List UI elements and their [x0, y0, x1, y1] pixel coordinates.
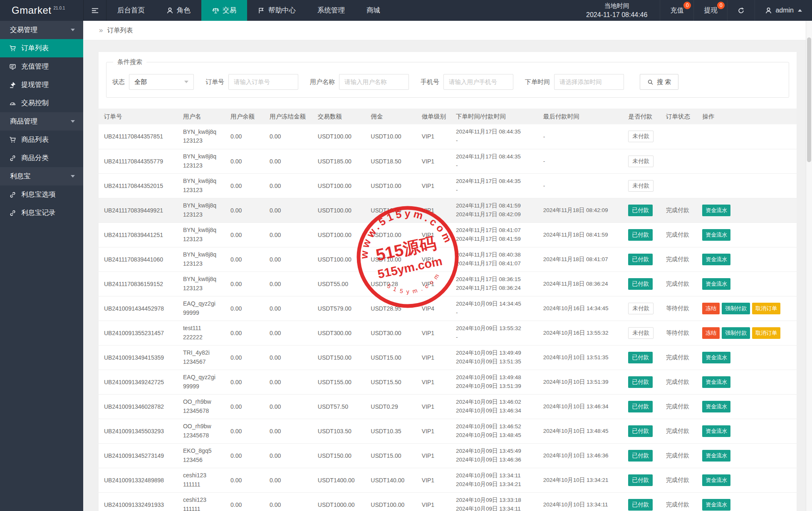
sidebar-item-8[interactable]: 商品分类 — [0, 149, 83, 167]
username-line: 1234567 — [183, 358, 222, 367]
order-status-cell: 完成付款 — [662, 247, 698, 272]
balance-cell: 0.00 — [226, 124, 265, 149]
balance-cell: 0.00 — [226, 468, 265, 492]
cancel-order-button[interactable]: 取消订单 — [752, 327, 780, 339]
nav-item-3[interactable]: 交易 — [201, 0, 247, 21]
fund-flow-button[interactable]: 资金流水 — [702, 254, 730, 265]
order-status-cell: 完成付款 — [662, 272, 698, 296]
fund-flow-button[interactable]: 资金流水 — [702, 401, 730, 412]
sidebar-item-5[interactable]: 交易控制 — [0, 94, 83, 112]
level-cell: VIP1 — [418, 394, 452, 419]
fund-flow-button[interactable]: 资金流水 — [702, 474, 730, 486]
sidebar-item-7[interactable]: 商品列表 — [0, 131, 83, 149]
sidebar-item-10[interactable]: 利息宝选项 — [0, 185, 83, 204]
username-line: BYN_kw8j8q — [183, 177, 222, 186]
chevron-down-icon — [71, 175, 75, 178]
order-no-cell: UB2411170844355779 — [99, 149, 179, 173]
paid-badge: 已付款 — [628, 425, 653, 437]
fund-flow-button[interactable]: 资金流水 — [702, 278, 730, 290]
table-row: UB2410091434452978EAQ_qyz2gi999990.000.0… — [99, 296, 797, 321]
fund-flow-button[interactable]: 资金流水 — [702, 229, 730, 241]
last-pay-time-cell: 2024年10月10日 13:48:45 — [539, 419, 624, 443]
fund-flow-button[interactable]: 资金流水 — [702, 376, 730, 388]
fund-flow-button[interactable]: 资金流水 — [702, 205, 730, 216]
nav-item-4[interactable]: 帮助中心 — [247, 0, 307, 21]
vertical-scrollbar[interactable] — [806, 21, 812, 511]
column-header: 做单级别 — [418, 109, 452, 124]
order-time-line: 2024年10月09日 13:34:21 — [456, 480, 535, 489]
filter-label: 手机号 — [421, 78, 439, 86]
order-no-cell: UB2411170844357851 — [99, 124, 179, 149]
sidebar-item-3[interactable]: 充值管理 — [0, 57, 83, 76]
frozen-cell: 0.00 — [265, 149, 314, 173]
force-pay-button[interactable]: 强制付款 — [722, 327, 750, 339]
refresh-button[interactable] — [727, 0, 755, 21]
fund-flow-button[interactable]: 资金流水 — [702, 499, 730, 511]
actions-cell: 资金流水 — [698, 419, 797, 443]
order-time-cell: 2024年10月09日 13:49:492024年10月09日 13:51:35 — [452, 345, 539, 370]
nav-item-6[interactable]: 商城 — [356, 0, 391, 21]
order-no-cell: UB2410091345503293 — [99, 419, 179, 443]
fund-flow-button[interactable]: 资金流水 — [702, 450, 730, 462]
username-cell: TRI_4y82i1234567 — [179, 345, 226, 370]
frozen-cell: 0.00 — [265, 443, 314, 468]
top-navbar: Gmarket 21.0.1 后台首页角色交易帮助中心系统管理商城 当地时间 2… — [0, 0, 812, 21]
order-time-line: 2024年10月09日 13:46:02 — [456, 398, 535, 407]
column-header: 是否付款 — [624, 109, 662, 124]
withdraw-button[interactable]: 提现 0 — [693, 0, 727, 21]
sidebar-item-2[interactable]: 订单列表 — [0, 39, 83, 57]
username-line: 12345678 — [183, 407, 222, 416]
sidebar-item-4[interactable]: 提现管理 — [0, 76, 83, 94]
fund-flow-button[interactable]: 资金流水 — [702, 352, 730, 363]
freeze-button[interactable]: 冻结 — [702, 303, 720, 314]
status-label: 状态 — [112, 78, 125, 86]
order-status-cell — [662, 124, 698, 149]
table-row: UB2411170836159152BYN_kw8j8q1231230.000.… — [99, 272, 797, 296]
sidebar-group-1[interactable]: 交易管理 — [0, 21, 83, 39]
order-no-cell: UB2411170839441060 — [99, 247, 179, 272]
sidebar-group-9[interactable]: 利息宝 — [0, 167, 83, 185]
paid-cell: 已付款 — [624, 419, 662, 443]
force-pay-button[interactable]: 强制付款 — [722, 303, 750, 314]
freeze-button[interactable]: 冻结 — [702, 327, 720, 339]
nav-item-5[interactable]: 系统管理 — [307, 0, 356, 21]
username-cell: BYN_kw8j8q123123 — [179, 124, 226, 149]
hamburger-icon — [92, 7, 99, 14]
fund-flow-button[interactable]: 资金流水 — [702, 425, 730, 437]
order-time-line: 2024年11月17日 08:41:07 — [456, 259, 535, 268]
sidebar-toggle-button[interactable] — [83, 0, 106, 21]
filter-group-3: 手机号 — [421, 74, 513, 90]
order-time-line: - — [456, 333, 535, 342]
recharge-button[interactable]: 充值 0 — [660, 0, 693, 21]
filter-input-4[interactable] — [554, 74, 624, 90]
nav-item-1[interactable]: 后台首页 — [106, 0, 156, 21]
frozen-cell: 0.00 — [265, 492, 314, 511]
order-time-cell: 2024年10月09日 13:46:522024年10月09日 13:48:45 — [452, 419, 539, 443]
frozen-cell: 0.00 — [265, 173, 314, 198]
filter-input-2[interactable] — [339, 74, 409, 90]
amount-cell: USDT185.00 — [314, 149, 367, 173]
local-time-label: 当地时间 — [604, 1, 629, 10]
level-cell: VIP1 — [418, 272, 452, 296]
column-header: 订单号 — [99, 109, 179, 124]
nav-item-label: 商城 — [366, 6, 380, 15]
filter-input-1[interactable] — [228, 74, 298, 90]
table-row: UB2411170839449921BYN_kw8j8q1231230.000.… — [99, 198, 797, 222]
search-button[interactable]: 搜 索 — [640, 74, 678, 90]
unpaid-badge: 未付款 — [628, 327, 654, 339]
scrollbar-thumb[interactable] — [807, 37, 811, 162]
level-cell: VIP1 — [418, 222, 452, 247]
username-line: ceshi123 — [183, 496, 222, 505]
sidebar-item-11[interactable]: 利息宝记录 — [0, 204, 83, 222]
username-line: OO_rh9bw — [183, 422, 222, 431]
sidebar-group-6[interactable]: 商品管理 — [0, 112, 83, 131]
order-time-line: 2024年11月17日 08:41:59 — [456, 202, 535, 210]
last-pay-time-cell: 2024年10月10日 13:51:39 — [539, 370, 624, 394]
user-menu[interactable]: admin — [755, 0, 812, 21]
status-select[interactable]: 全部 — [129, 74, 194, 90]
cancel-order-button[interactable]: 取消订单 — [752, 303, 780, 314]
table-row: UB2410091332491933ceshi1231111110.000.00… — [99, 492, 797, 511]
nav-item-2[interactable]: 角色 — [156, 0, 201, 21]
username-line: OO_rh9bw — [183, 397, 222, 407]
filter-input-3[interactable] — [443, 74, 513, 90]
